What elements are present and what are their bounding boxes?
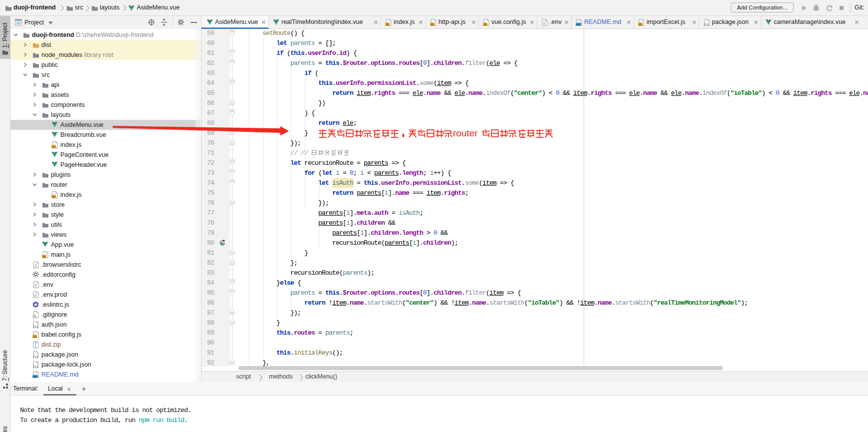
svg-text:JS: JS	[431, 23, 434, 26]
svg-text:MD: MD	[33, 375, 37, 378]
svg-text:JS: JS	[52, 195, 55, 198]
svg-text:JS: JS	[639, 23, 642, 26]
svg-text:JS: JS	[483, 23, 487, 26]
svg-text:JS: JS	[33, 335, 36, 338]
svg-text:JS: JS	[386, 23, 389, 26]
svg-text:JS: JS	[52, 145, 55, 148]
svg-text:JS: JS	[42, 255, 46, 258]
svg-text:MD: MD	[576, 23, 581, 26]
